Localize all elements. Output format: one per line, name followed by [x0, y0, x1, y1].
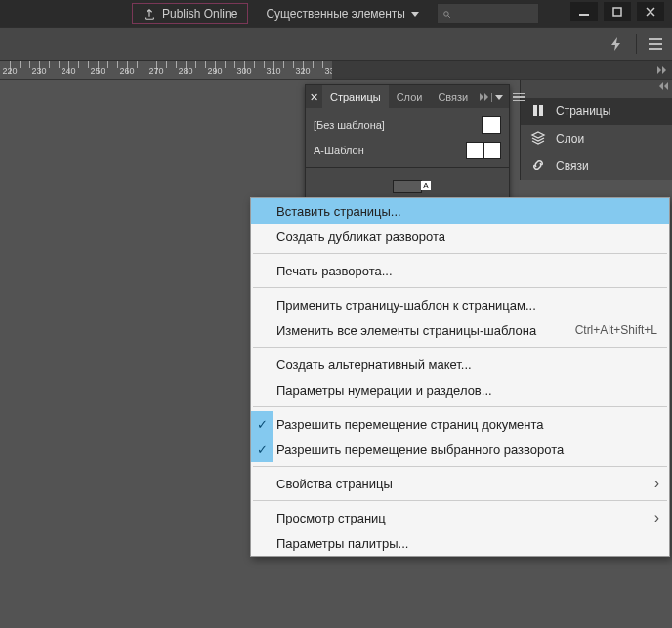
dock-item-label: Связи	[556, 159, 589, 173]
menu-item[interactable]: Печать разворота...	[251, 258, 669, 283]
search-field[interactable]	[455, 7, 533, 21]
menu-item[interactable]: Свойства страницы	[251, 471, 669, 496]
ruler-row: 220230240250260270280290300310320330	[0, 61, 672, 80]
svg-rect-3	[533, 105, 537, 116]
menu-item[interactable]: ✓Разрешить перемещение страниц документа	[251, 411, 669, 437]
menu-item[interactable]: Параметры палитры...	[251, 530, 669, 556]
ruler-tick-label: 260	[119, 66, 134, 76]
workspace-label: Существенные элементы	[266, 7, 405, 21]
dock-item-label: Страницы	[556, 105, 610, 118]
dock-item-layers[interactable]: Слои	[521, 125, 672, 152]
panel-tab[interactable]: Страницы	[322, 85, 389, 108]
master-label: А-Шаблон	[314, 145, 364, 156]
ruler-tick-label: 230	[31, 66, 46, 76]
menu-shortcut: Ctrl+Alt+Shift+L	[575, 323, 657, 337]
app-topbar: Publish Online Существенные элементы	[0, 0, 672, 27]
ruler-tick-label: 320	[295, 66, 310, 76]
maximize-button[interactable]	[604, 2, 631, 21]
check-icon: ✓	[251, 411, 273, 437]
master-thumb	[482, 116, 501, 134]
control-bar	[0, 27, 672, 61]
right-dock: СтраницыСлоиСвязи	[520, 80, 672, 180]
menu-item[interactable]: Создать альтернативный макет...	[251, 352, 669, 377]
menu-item[interactable]: Создать дубликат разворота	[251, 224, 669, 249]
panel-cycle[interactable]: |	[476, 92, 506, 102]
check-icon: ✓	[251, 437, 273, 462]
ruler-tick-label: 270	[148, 66, 163, 76]
panel-tabs: ✕ СтраницыСлоиСвязи |	[306, 85, 509, 108]
expand-icon[interactable]	[659, 82, 668, 96]
ruler-tick-label: 290	[207, 66, 222, 76]
collapse-icon[interactable]	[657, 66, 666, 74]
divider	[636, 34, 637, 54]
ruler-tick-label: 220	[2, 66, 17, 76]
dock-header	[521, 80, 672, 98]
menu-item-label: Создать дубликат разворота	[276, 230, 445, 244]
page-master-badge: A	[421, 181, 431, 190]
panel-tab[interactable]: Связи	[430, 85, 476, 108]
svg-rect-2	[613, 8, 621, 16]
panel-body: [Без шаблона]А-Шаблон A	[306, 108, 509, 201]
ruler-tick-label: 300	[236, 66, 251, 76]
dock-item-pages[interactable]: Страницы	[521, 98, 672, 125]
page-thumb-area: A	[314, 172, 501, 193]
menu-item-label: Вставить страницы...	[276, 204, 401, 219]
menu-item[interactable]: Параметры нумерации и разделов...	[251, 377, 669, 402]
dock-item-links[interactable]: Связи	[521, 152, 672, 180]
publish-online-button[interactable]: Publish Online	[132, 3, 248, 24]
menu-item-label: Свойства страницы	[276, 477, 393, 491]
publish-icon	[143, 7, 156, 21]
ruler-tick-label: 240	[61, 66, 75, 76]
menu-separator	[253, 253, 667, 254]
dock-item-label: Слои	[556, 132, 584, 146]
panel-tab[interactable]: Слои	[389, 85, 431, 108]
svg-rect-1	[579, 14, 589, 16]
menu-item[interactable]: Применить страницу-шаблон к страницам...	[251, 292, 669, 317]
menu-separator	[253, 347, 667, 348]
horizontal-ruler: 220230240250260270280290300310320330	[0, 61, 332, 80]
master-thumb	[466, 142, 501, 159]
ruler-dark-area	[332, 61, 672, 79]
menu-item-label: Разрешить перемещение страниц документа	[276, 417, 544, 432]
menu-separator	[253, 466, 667, 467]
menu-item-label: Печать разворота...	[276, 264, 393, 278]
window-controls	[570, 2, 664, 21]
menu-item-label: Параметры палитры...	[276, 536, 408, 551]
master-page-row[interactable]: А-Шаблон	[314, 138, 501, 163]
menu-item[interactable]: ✓Разрешить перемещение выбранного развор…	[251, 437, 669, 462]
panel-divider	[306, 167, 509, 168]
close-panel-icon[interactable]: ✕	[306, 91, 322, 104]
pages-icon	[530, 103, 546, 121]
search-icon	[442, 8, 451, 21]
context-menu: Вставить страницы...Создать дубликат раз…	[250, 197, 670, 557]
svg-point-0	[444, 11, 449, 16]
close-button[interactable]	[637, 2, 664, 21]
menu-item-label: Изменить все элементы страницы-шаблона	[276, 323, 536, 338]
links-icon	[530, 157, 546, 176]
svg-rect-4	[539, 105, 543, 116]
menu-item-label: Разрешить перемещение выбранного разворо…	[276, 442, 564, 457]
pages-panel: ✕ СтраницыСлоиСвязи | [Без шаблона]А-Шаб…	[305, 84, 510, 202]
layers-icon	[530, 130, 546, 148]
menu-separator	[253, 500, 667, 501]
search-input[interactable]	[437, 3, 539, 24]
menu-item[interactable]: Изменить все элементы страницы-шаблонаCt…	[251, 317, 669, 343]
ruler-tick-label: 310	[266, 66, 280, 76]
page-thumbnail[interactable]: A	[393, 180, 422, 193]
menu-item-label: Параметры нумерации и разделов...	[276, 383, 492, 398]
panel-menu-button[interactable]	[649, 38, 662, 50]
menu-item-label: Просмотр страниц	[276, 511, 386, 525]
panel-menu-icon[interactable]	[507, 93, 530, 102]
maximize-icon	[612, 7, 622, 17]
master-page-row[interactable]: [Без шаблона]	[314, 112, 501, 138]
menu-item-label: Создать альтернативный макет...	[276, 357, 472, 372]
menu-item[interactable]: Просмотр страниц	[251, 505, 669, 530]
ruler-tick-label: 250	[90, 66, 105, 76]
minimize-icon	[579, 7, 589, 17]
bolt-icon[interactable]	[609, 36, 624, 52]
ruler-tick-label: 280	[178, 66, 192, 76]
workspace-dropdown[interactable]: Существенные элементы	[258, 3, 427, 24]
minimize-button[interactable]	[570, 2, 598, 21]
menu-separator	[253, 406, 667, 407]
menu-item[interactable]: Вставить страницы...	[251, 198, 669, 224]
